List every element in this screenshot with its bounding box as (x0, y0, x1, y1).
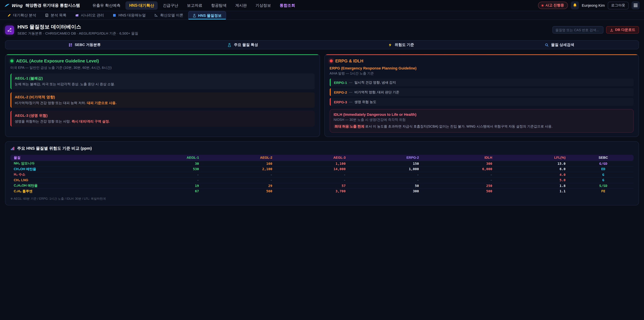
table-row-ethanol[interactable]: C₂H₅OH 에탄올 19 29 57 50 250 1.8 S/SD (10, 183, 634, 188)
section-tab-sebc[interactable]: SEBC 거동분류 (5, 41, 164, 49)
tab-label: 시나리오 관리 (81, 13, 104, 18)
idlh-cell: 500 (428, 189, 502, 193)
incident-dot-icon (542, 5, 544, 6)
page-title: HNS 물질정보 데이터베이스 (18, 24, 138, 30)
tab-hns-substance-info[interactable]: HNS 물질정보 (188, 11, 226, 20)
sebc-cell: G/GD (575, 162, 634, 165)
book-icon (113, 14, 116, 17)
section-tab-label: SEBC 거동분류 (75, 42, 100, 47)
aegl3-cell: - (282, 173, 355, 177)
page-title-group: HNS 물질정보 데이터베이스 SEBC 거동분류 · CHRIS/CAMEO … (18, 24, 138, 36)
idlh-cell: 250 (428, 184, 502, 188)
main-nav: 유출유 확산예측 HNS·대기확산 긴급구난 보고자료 항공탐색 게시판 기상정… (89, 1, 299, 10)
aegl2-cell: - (208, 173, 282, 177)
incident-status-badge[interactable]: 사고 진행중 (538, 2, 568, 9)
logout-button[interactable]: 로그아웃 (608, 2, 628, 9)
aegl1-cell: - (135, 173, 208, 177)
section-tab-properties[interactable]: 주요 물질 특성 (164, 41, 322, 49)
aegl1-cell: 30 (135, 162, 208, 165)
section-tab-hazard-criteria[interactable]: 위험도 기준 (322, 41, 480, 49)
idlh-section: IDLH (Immediately Dangerous to Life or H… (330, 109, 634, 132)
aegl2-cell: 2,100 (208, 167, 282, 171)
nav-item-rescue[interactable]: 긴급구난 (159, 1, 182, 10)
nav-item-aerial-search[interactable]: 항공탐색 (208, 1, 230, 10)
idlh-highlight: 최대 허용 노출 한계 (334, 125, 365, 128)
search-icon (545, 43, 549, 47)
erpg-level-name: ERPG-1 (334, 80, 347, 84)
erpg-section: ERPG (Emergency Response Planning Guidel… (330, 66, 634, 106)
substance-name-cell: CH₃OH 메탄올 (10, 167, 135, 171)
substance-search-input[interactable] (552, 26, 604, 34)
nav-item-integrated-search[interactable]: 통합조회 (276, 1, 299, 10)
erpg-level-3-item: ERPG-3 — 생명 위협 농도 (330, 98, 634, 106)
app-root: Wing 해양환경 위기대응 통합시스템 유출유 확산예측 HNS·대기확산 긴… (0, 0, 644, 320)
bar-chart-icon (10, 146, 15, 151)
aegl2-cell: 560 (208, 189, 282, 193)
lfl-cell: 6.0 (502, 167, 575, 171)
clapperboard-icon (75, 14, 79, 17)
idlh-subtitle: NIOSH — 30분 노출 시 생명/건강에 즉각적 위험 (334, 117, 630, 122)
tab-scenario-management[interactable]: 시나리오 관리 (71, 11, 108, 20)
erpg-level-desc: 비가역적 영향, 대피 판단 기준 (354, 90, 399, 95)
table-row-lng[interactable]: CH₄ LNG - - - - - 5.0 G (10, 177, 634, 183)
nav-item-board[interactable]: 게시판 (232, 1, 250, 10)
sebc-cell: G (575, 178, 634, 182)
nav-item-weather[interactable]: 기상정보 (252, 1, 275, 10)
erpg-level-2-item: ERPG-2 — 비가역적 영향, 대피 판단 기준 (330, 88, 634, 96)
erpg-level-1-item: ERPG-1 — 일시적 건강 영향, 냄새 감지 (330, 79, 634, 86)
beaker-icon (228, 43, 232, 47)
sub-tab-bar: 대기확산 분석 분석 목록 시나리오 관리 HNS 대응매뉴얼 확산모델 이론 … (0, 11, 644, 20)
page-subtitle: SEBC 거동분류 · CHRIS/CAMEO DB · AEGL/ERPG/I… (18, 31, 138, 36)
red-status-dot-icon (330, 59, 332, 62)
section-tab-detail-search[interactable]: 물질 상세검색 (480, 41, 639, 49)
column-header-sebc: SEBC (575, 156, 634, 159)
notification-bell-button[interactable] (571, 1, 579, 10)
aegl3-cell: - (282, 178, 355, 182)
tab-label: HNS 대응매뉴얼 (118, 13, 146, 18)
table-row-toluene[interactable]: C₇H₈ 톨루엔 67 560 3,700 300 500 1.1 FE (10, 188, 634, 194)
top-navbar: Wing 해양환경 위기대응 통합시스템 유출유 확산예측 HNS·대기확산 긴… (0, 0, 644, 11)
sebc-cell: G (575, 173, 634, 177)
aegl-level-2-item: AEGL-2 (비가역적 영향) 비가역적/장기적 건강 영향 또는 대피 능력… (10, 92, 314, 108)
aegl-panel-header: AEGL (Acute Exposure Guideline Level) (10, 58, 314, 64)
section-tab-label: 물질 상세검색 (551, 42, 574, 47)
tab-label: 분석 목록 (51, 13, 66, 18)
erpg-panel-header: ERPG & IDLH (330, 58, 634, 64)
erpg-section-subtitle: AIHA 발령 — 1시간 노출 기준 (330, 71, 634, 76)
nav-item-reports[interactable]: 보고자료 (183, 1, 206, 10)
table-row-hydrogen[interactable]: H₂ 수소 - - - - - 4.0 G (10, 172, 634, 177)
aegl1-cell: 19 (135, 184, 208, 188)
tab-label: HNS 물질정보 (198, 13, 222, 18)
aegl-panel: AEGL (Acute Exposure Guideline Level) 미국… (5, 54, 320, 137)
tab-dispersion-model-theory[interactable]: 확산모델 이론 (150, 11, 187, 20)
db-download-button[interactable]: DB 다운로드 (606, 26, 639, 34)
aegl-level-1-item: AEGL-1 (불쾌감) 눈에 띄는 불쾌감, 자극 또는 비감각적 증상. 노… (10, 74, 314, 89)
erpg2-cell: 1,000 (355, 167, 428, 171)
erpg-level-desc: 일시적 건강 영향, 냄새 감지 (354, 80, 396, 85)
table-title-row: 주요 HNS 물질별 위험도 기준 비교 (ppm) (10, 145, 634, 151)
aegl-panel-title: AEGL (Acute Exposure Guideline Level) (16, 58, 99, 64)
column-header-aegl1: AEGL-1 (135, 156, 208, 159)
table-row-ammonia[interactable]: NH₃ 암모니아 30 160 1,100 150 300 15.0 G/GD (10, 161, 634, 166)
separator: — (349, 90, 352, 94)
test-tube-icon (192, 14, 196, 17)
aegl-level-name: AEGL-1 (불쾌감) (15, 76, 311, 81)
user-name[interactable]: Eunjeong Kim (582, 3, 605, 8)
header-actions: DB 다운로드 (552, 26, 639, 34)
nav-item-oil-spill[interactable]: 유출유 확산예측 (89, 1, 124, 10)
lfl-cell: 15.0 (502, 162, 575, 165)
table-row-methanol[interactable]: CH₃OH 메탄올 530 2,100 14,000 1,000 6,000 6… (10, 166, 634, 172)
tab-analysis-list[interactable]: 분석 목록 (41, 11, 70, 20)
brand[interactable]: Wing 해양환경 위기대응 통합시스템 (4, 3, 80, 8)
aegl-panel-subtitle: 미국 EPA — 일반인 급성 노출 기준 (10분, 30분, 60분, 4시… (10, 66, 314, 70)
tab-dispersion-analysis[interactable]: 대기확산 분석 (3, 11, 40, 20)
erpg-level-name: ERPG-3 (334, 100, 347, 104)
page-header: HNS 물질정보 데이터베이스 SEBC 거동분류 · CHRIS/CAMEO … (5, 24, 639, 36)
tab-hns-response-manual[interactable]: HNS 대응매뉴얼 (109, 11, 150, 20)
section-tab-label: 위험도 기준 (394, 42, 414, 47)
erpg2-cell: 300 (355, 189, 428, 193)
nav-item-hns-dispersion[interactable]: HNS·대기확산 (126, 1, 158, 10)
tab-label: 확산모델 이론 (160, 13, 183, 18)
db-download-label: DB 다운로드 (615, 28, 635, 32)
hamburger-menu-button[interactable] (632, 1, 640, 10)
